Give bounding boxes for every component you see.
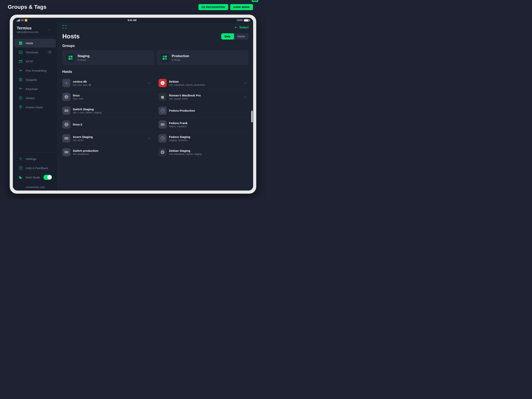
sidebar-nav: Hosts Terminals 7 [13,37,57,152]
production-group-count: 5 Hosts [172,58,189,61]
dark-mode-button[interactable]: DARK MODE [230,4,253,10]
fedora-production-name: Fedora Production [169,109,248,112]
expand-icon[interactable] [62,25,67,30]
group-production[interactable]: Production 5 Hosts [157,50,248,65]
group-staging[interactable]: Staging 5 Hosts [62,50,154,65]
app-content: Termius admin@termius.com › Hosts [13,23,253,191]
svg-point-11 [19,166,22,170]
debian-more[interactable]: ··· [242,80,248,86]
switch-production-name: Switch production [73,149,152,152]
host-romans-macbook[interactable]: Roman's MacBook Pro ssh, crystal, home ·… [155,90,248,104]
signal-bars [17,19,20,21]
sidebar-item-sftp[interactable]: SFTP [14,57,56,66]
hosts-label: Hosts [26,41,33,45]
host-fedora-frank[interactable]: Fedora Frank fedora, crystalnix [155,118,248,131]
sftp-icon [18,59,23,64]
wifi-icon: 📶 [25,19,27,22]
production-group-name: Production [172,54,189,58]
romans-macbook-more[interactable]: ··· [242,94,248,100]
status-bar: GS 📶 9:41 AM 100% [13,18,253,23]
sidebar-item-settings[interactable]: Settings [14,154,56,163]
svg-rect-17 [163,56,165,58]
dark-mode-nav-icon [18,175,23,180]
svg-point-28 [162,124,162,125]
centos-db-more[interactable]: ··· [146,80,152,86]
fedora-staging-name: Fedora Staging [169,135,248,139]
hosts-section-title: Hosts [62,70,248,74]
host-centos-db[interactable]: centos-db ssh, root, aws, db ··· [62,76,155,90]
acorn-staging-avatar [62,134,70,142]
fedora-frank-avatar [158,120,167,129]
sort-by-date-button[interactable]: Date [221,33,234,39]
acorn-staging-more[interactable]: ··· [146,135,152,141]
sidebar-item-dark-mode[interactable]: Dark Mode [14,173,56,182]
keychain-label: Keychain [26,87,38,90]
toolbar-right: + Select [234,25,248,30]
host-fedora-staging[interactable]: Fedora Staging staging, crystalnix [155,131,248,145]
keychain-icon [18,86,23,91]
switch-production-avatar [62,148,70,156]
sidebar-item-terminals[interactable]: Terminals 7 [14,48,56,57]
add-host-button[interactable]: + [234,25,237,30]
svg-rect-13 [69,56,70,58]
staging-group-icon [66,53,75,62]
top-bar: Groups & Tags OS RECOGNITION DARK MODE N… [0,0,266,14]
svg-rect-3 [19,51,22,53]
host-switch-staging[interactable]: Switch Staging ssh, c-care, denver, stag… [62,104,155,118]
scroll-indicator[interactable] [251,111,253,122]
sidebar-item-port-forwarding[interactable]: Port Forwarding [14,66,56,75]
svg-rect-1 [19,43,22,44]
sidebar-bottom: Settings Help & Feedback Dar [13,152,57,184]
main-panel: + Select Hosts Date Name Groups [58,23,253,191]
host-linux[interactable]: linux linux, root [62,90,155,104]
top-bar-buttons: OS RECOGNITION DARK MODE NEW [198,4,258,10]
hosts-grid: centos-db ssh, root, aws, db ··· Debian [62,76,248,159]
os-recognition-button[interactable]: OS RECOGNITION [198,4,228,10]
romans-macbook-info: Roman's MacBook Pro ssh, crystal, home [169,94,240,100]
acorn-staging-name: Acorn Staging [73,135,144,139]
debian-staging-tags: ssh, mandreeb, ubuntu, staging [169,153,248,155]
signal-bar-3 [18,20,19,21]
sidebar-item-known-hosts[interactable]: Known Hosts [14,103,56,112]
sidebar-item-hosts[interactable]: Hosts [14,39,56,48]
sidebar-app-info: Termius admin@termius.com [17,26,38,33]
fedora-staging-tags: staging, crystalnix [169,139,248,142]
linux-name: linux [73,94,152,97]
linux-2-info: linux-2 [73,123,152,126]
svg-rect-19 [163,58,165,60]
status-right: 100% [237,19,249,22]
sort-by-name-button[interactable]: Name [234,33,248,39]
host-debian-staging[interactable]: Debian Staging ssh, mandreeb, ubuntu, st… [155,145,248,159]
staging-group-count: 5 Hosts [77,58,89,61]
hosts-header: Hosts Date Name [58,32,253,42]
svg-point-12 [21,169,21,169]
main-toolbar: + Select [58,23,253,32]
sidebar-item-history[interactable]: History [14,94,56,103]
switch-production-info: Switch production ssh, production [73,149,152,155]
debian-name: Debian [169,80,240,83]
host-switch-production[interactable]: Switch production ssh, production [62,145,155,159]
svg-point-36 [65,152,66,153]
host-acorn-staging[interactable]: Acorn Staging ssh, acorn ··· [62,131,155,145]
content-scroll[interactable]: Groups Staging 5 Hosts [58,42,253,191]
sidebar-item-help[interactable]: Help & Feedback [14,163,56,172]
host-debian[interactable]: Debian ssh, mandreeb, ubuntu, production… [155,76,248,90]
help-icon [18,166,23,170]
chevron-right-icon[interactable]: › [49,28,50,31]
sidebar-item-keychain[interactable]: Keychain [14,84,56,93]
ipad-frame: GS 📶 9:41 AM 100% Termius admin@ter [10,15,256,194]
port-forwarding-label: Port Forwarding [26,69,47,72]
dark-mode-toggle[interactable] [44,175,52,180]
sidebar-header-inner: Termius admin@termius.com › [17,26,54,33]
host-fedora-production[interactable]: Fedora Production [155,104,248,118]
new-badge: NEW [252,0,258,2]
fedora-production-info: Fedora Production [169,109,248,113]
linux-2-avatar [62,120,70,129]
svg-rect-5 [19,60,22,63]
centos-db-info: centos-db ssh, root, aws, db [73,80,144,86]
host-linux-2[interactable]: linux-2 [62,118,155,131]
select-button[interactable]: Select [239,26,248,29]
debian-tags: ssh, mandreeb, ubuntu, production [169,84,240,86]
fedora-frank-info: Fedora Frank fedora, crystalnix [169,121,248,128]
sidebar-item-snippets[interactable]: Snippets [14,75,56,84]
